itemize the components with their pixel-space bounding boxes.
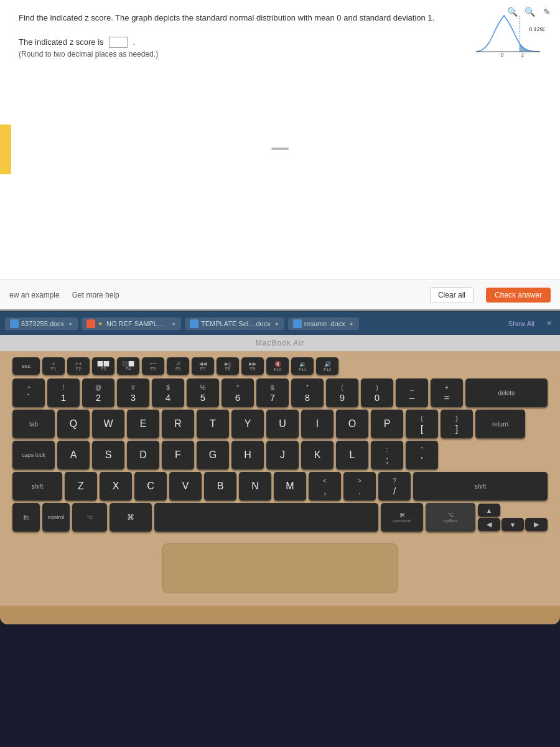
answer-label: The indicated z score is <box>19 37 104 47</box>
key-w[interactable]: W <box>92 410 124 438</box>
key-tab[interactable]: tab <box>12 410 55 438</box>
key-j[interactable]: J <box>266 441 299 469</box>
key-o[interactable]: O <box>336 410 368 438</box>
key-9[interactable]: ( 9 <box>326 378 358 407</box>
taskbar-close[interactable]: ✕ <box>543 318 555 329</box>
key-return[interactable]: return <box>475 410 525 438</box>
key-8[interactable]: * 8 <box>291 378 324 407</box>
key-f10[interactable]: 🔇 F10 <box>266 357 289 375</box>
key-arrow-up[interactable]: ▲ <box>478 504 500 517</box>
key-b[interactable]: B <box>204 472 236 500</box>
key-t[interactable]: T <box>197 410 229 438</box>
pin-icon: ★ <box>98 321 103 327</box>
key-comma[interactable]: < , <box>309 472 341 500</box>
key-7[interactable]: & 7 <box>256 378 289 407</box>
view-example-button[interactable]: ew an example <box>9 291 60 299</box>
key-c[interactable]: C <box>134 472 167 500</box>
key-2[interactable]: @ 2 <box>82 378 114 407</box>
key-e[interactable]: E <box>127 410 159 438</box>
graph-container: 0 z 0.1292 <box>473 9 548 59</box>
key-u[interactable]: U <box>266 410 299 438</box>
key-f3[interactable]: ⬜⬜ F3 <box>92 357 114 375</box>
key-r[interactable]: R <box>162 410 194 438</box>
key-f1[interactable]: ☀ F1 <box>42 357 65 375</box>
show-all-button[interactable]: Show All <box>503 318 539 329</box>
key-6[interactable]: ^ 6 <box>222 378 254 407</box>
key-slash[interactable]: ? / <box>378 472 411 500</box>
key-command-right[interactable]: ⌘ command <box>381 503 423 532</box>
key-5[interactable]: % 5 <box>187 378 219 407</box>
key-control-left[interactable]: control <box>42 503 70 532</box>
key-arrow-down[interactable]: ▼ <box>502 518 524 531</box>
key-q[interactable]: Q <box>57 410 90 438</box>
key-f12[interactable]: 🔊 F12 <box>316 357 338 375</box>
key-n[interactable]: N <box>239 472 271 500</box>
key-3[interactable]: # 3 <box>117 378 149 407</box>
clear-all-button[interactable]: Clear all <box>430 287 474 303</box>
answer-input[interactable] <box>109 37 128 48</box>
taskbar-arrow-4: ▲ <box>349 321 354 326</box>
get-more-help-button[interactable]: Get more help <box>72 291 119 299</box>
key-shift-left[interactable]: shift <box>12 472 62 500</box>
key-g[interactable]: G <box>197 441 229 469</box>
key-h[interactable]: H <box>231 441 264 469</box>
key-s[interactable]: S <box>92 441 124 469</box>
key-4[interactable]: $ 4 <box>152 378 184 407</box>
key-arrow-left[interactable]: ◀ <box>478 518 500 531</box>
key-arrow-right[interactable]: ▶ <box>525 518 548 531</box>
key-fn[interactable]: fn <box>12 503 40 532</box>
key-backtick[interactable]: ~ ` <box>12 378 45 407</box>
key-quote[interactable]: " ' <box>406 441 438 469</box>
key-k[interactable]: K <box>301 441 334 469</box>
key-minus[interactable]: _ – <box>396 378 428 407</box>
key-command-left[interactable]: ⌘ <box>110 503 152 532</box>
sticky-note <box>0 125 11 174</box>
taskbar-item-3[interactable]: TEMPLATE Sel....docx ▲ <box>185 317 284 330</box>
key-equals[interactable]: + = <box>431 378 463 407</box>
taskbar-item-2[interactable]: ★ NO REF SAMPLE....pdf ▲ <box>82 317 181 330</box>
key-bracket-right[interactable]: } ] <box>441 410 473 438</box>
taskbar-item-1[interactable]: 6373255.docx ▲ <box>5 317 78 330</box>
key-l[interactable]: L <box>336 441 368 469</box>
check-answer-button[interactable]: Check answer <box>486 288 551 303</box>
trackpad[interactable] <box>162 543 398 593</box>
key-a[interactable]: A <box>57 441 90 469</box>
key-bracket-left[interactable]: { [ <box>406 410 438 438</box>
taskbar-arrow-1: ▲ <box>68 321 73 326</box>
key-f11[interactable]: 🔉 F11 <box>291 357 314 375</box>
key-space[interactable] <box>154 503 378 532</box>
key-m[interactable]: M <box>274 472 306 500</box>
key-x[interactable]: X <box>100 472 132 500</box>
key-0[interactable]: ) 0 <box>361 378 393 407</box>
key-y[interactable]: Y <box>231 410 264 438</box>
key-esc[interactable]: esc <box>12 357 40 375</box>
key-option-right[interactable]: ⌥ option <box>426 503 475 532</box>
key-f4[interactable]: ⬛⬜ F4 <box>117 357 139 375</box>
key-semicolon[interactable]: : ; <box>371 441 403 469</box>
key-p[interactable]: P <box>371 410 403 438</box>
key-f5[interactable]: ⟵ F5 <box>142 357 164 375</box>
key-d[interactable]: D <box>127 441 159 469</box>
key-f8[interactable]: ▶|| F8 <box>217 357 239 375</box>
key-z[interactable]: Z <box>65 472 97 500</box>
key-f9[interactable]: ▶▶ F9 <box>241 357 264 375</box>
arrow-up-row: ▲ <box>478 504 548 517</box>
zxcv-row: shift Z X C V B N M < , > . ? / shift <box>12 472 548 500</box>
key-shift-right[interactable]: shift <box>413 472 548 500</box>
taskbar-icon-3 <box>190 319 198 328</box>
key-option-left[interactable]: ⌥ <box>72 503 107 532</box>
key-f2[interactable]: ☀☀ F2 <box>67 357 90 375</box>
key-f7[interactable]: ◀◀ F7 <box>192 357 214 375</box>
taskbar-label-4: resume .docx <box>304 320 345 327</box>
key-period[interactable]: > . <box>343 472 376 500</box>
taskbar-item-4[interactable]: resume .docx ▲ <box>288 317 359 330</box>
key-delete[interactable]: delete <box>465 378 548 407</box>
key-f6[interactable]: ↺ F6 <box>167 357 189 375</box>
key-1[interactable]: ! 1 <box>47 378 80 407</box>
svg-text:0: 0 <box>500 52 503 58</box>
taskbar-label-2: NO REF SAMPLE....pdf <box>106 320 167 327</box>
key-v[interactable]: V <box>169 472 202 500</box>
key-f[interactable]: F <box>162 441 194 469</box>
key-i[interactable]: I <box>301 410 334 438</box>
key-caps-lock[interactable]: caps lock <box>12 441 55 469</box>
